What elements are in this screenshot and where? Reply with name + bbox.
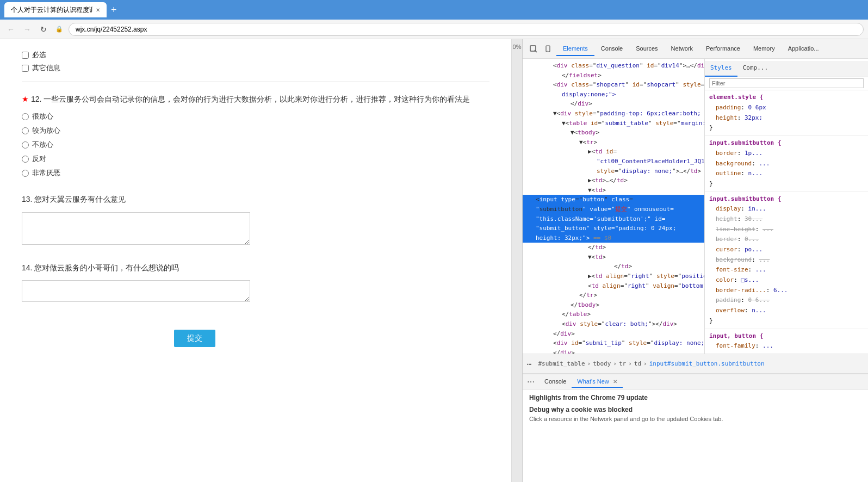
question-12-title: ★12. 一些云服务公司会自动记录你的信息，会对你的行为进行大数据分析，以此来对… — [22, 93, 489, 105]
devtools-tab-memory[interactable]: Memory — [747, 42, 782, 56]
code-line-17[interactable]: "this.className='submitbutton';" id= — [523, 214, 704, 224]
q12-radio-4[interactable] — [22, 156, 29, 163]
browser-tab[interactable]: 个人对于云计算的认识程度调查 ✕ — [4, 2, 107, 17]
code-line-21: ▼<td> — [523, 252, 704, 262]
code-line-28: <div style="clear: both;"></div> — [523, 319, 704, 329]
style-selector-submitbtn-1: input.submitbutton { — [709, 138, 864, 149]
q12-option-4: 反对 — [22, 154, 489, 164]
dots-menu-icon[interactable]: ⋯ — [527, 360, 531, 368]
tab-title: 个人对于云计算的认识程度调查 — [11, 5, 92, 15]
q12-option-1: 很放心 — [22, 112, 489, 121]
code-line-11: "ctl00_ContentPlaceHolder1_JQ1_tdCode" — [523, 157, 704, 166]
console-dots-icon[interactable]: ⋯ — [527, 378, 535, 386]
devtools-tab-console[interactable]: Console — [594, 42, 629, 56]
q12-option-5: 非常厌恶 — [22, 168, 489, 178]
code-line-16[interactable]: "submitbutton" value="提交" onmouseout= — [523, 205, 704, 214]
address-bar[interactable] — [69, 23, 864, 36]
q12-option-label-5: 非常厌恶 — [32, 168, 60, 178]
style-prop-bg: background: ... — [709, 159, 864, 169]
style-prop-border: border: 1p... — [709, 149, 864, 159]
style-prop-height: height: 32px; — [709, 113, 864, 123]
breadcrumb-input[interactable]: input#submit_button.submitbutton — [649, 360, 765, 367]
tab-console[interactable]: Console — [539, 376, 572, 388]
code-line-22: </td> — [523, 262, 704, 271]
elements-panel[interactable]: <div class="div_question" id="div14">…</… — [523, 59, 705, 354]
q12-radio-5[interactable] — [22, 170, 29, 177]
devtools-panel: Elements Console Sources Network Perform… — [522, 39, 868, 482]
question-14-title: 14. 您对做云服务的小哥哥们，有什么想说的吗 — [22, 262, 489, 274]
breadcrumb-td[interactable]: td — [634, 360, 641, 367]
style-prop-height-2: height: 30... — [709, 214, 864, 225]
breadcrumb-tr[interactable]: tr — [619, 360, 626, 367]
code-line-2: </fieldset> — [523, 71, 704, 81]
style-prop-color: color: □s... — [709, 275, 864, 286]
devtools-tab-network[interactable]: Network — [665, 42, 699, 56]
q12-option-label-4: 反对 — [32, 154, 46, 164]
submit-button[interactable]: 提交 — [174, 330, 215, 347]
devtools-toolbar: Elements Console Sources Network Perform… — [523, 39, 868, 59]
question-13-textarea[interactable] — [22, 212, 250, 245]
breadcrumb-sep-3: › — [628, 360, 632, 367]
devtools-tab-performance[interactable]: Performance — [699, 42, 747, 56]
progress-label: 0% — [513, 44, 522, 50]
code-line-31: </div> — [523, 348, 704, 354]
style-selector-input-button: input, button { — [709, 331, 864, 342]
question-13-number: 13. — [22, 195, 34, 203]
question-14-textarea[interactable] — [22, 280, 250, 302]
console-section: ⋯ Console What's New ✕ Highlights from t… — [523, 373, 868, 482]
q12-radio-2[interactable] — [22, 127, 29, 134]
styles-filter — [705, 77, 868, 91]
code-line-18[interactable]: "submit_button" style="padding: 0 24px; — [523, 224, 704, 233]
style-rule-submitbtn-2: input.submitbutton { display: in... heig… — [705, 192, 868, 329]
devtools-tab-elements[interactable]: Elements — [556, 42, 594, 56]
lock-icon: 🔒 — [55, 26, 63, 33]
devtools-body: <div class="div_question" id="div14">…</… — [523, 59, 868, 354]
q12-option-3: 不放心 — [22, 140, 489, 150]
style-prop-fontsize: font-size: ... — [709, 265, 864, 275]
code-line-9: ▼<tr> — [523, 138, 704, 147]
style-prop-background-2: background: ... — [709, 255, 864, 265]
breadcrumb-tbody[interactable]: tbody — [593, 360, 611, 367]
whatsnew-close-button[interactable]: ✕ — [613, 379, 617, 385]
style-rule-submitbtn-1: input.submitbutton { border: 1p... backg… — [705, 136, 868, 191]
question-12-section: ★12. 一些云服务公司会自动记录你的信息，会对你的行为进行大数据分析，以此来对… — [22, 93, 489, 178]
style-rule-input-button: input, button { font-family: ... Grande,… — [705, 329, 868, 354]
code-line-20: </td> — [523, 243, 704, 252]
checkbox-other[interactable] — [22, 65, 29, 72]
code-line-13: ▶<td>…</td> — [523, 176, 704, 186]
tab-close-button[interactable]: ✕ — [96, 7, 100, 13]
breadcrumb-sep-2: › — [613, 360, 617, 367]
devtools-inspect-button[interactable] — [526, 41, 541, 57]
code-line-7: ▼<table id="submit_table" style="margin:… — [523, 119, 704, 128]
devtools-tab-application[interactable]: Applicatio... — [782, 42, 826, 56]
tab-whatsnew[interactable]: What's New ✕ — [572, 376, 622, 388]
devtools-device-button[interactable] — [541, 41, 556, 57]
refresh-button[interactable]: ↻ — [37, 23, 50, 36]
style-prop-borderradius: border-radi...: 6... — [709, 286, 864, 296]
question-12-required: ★ — [22, 95, 29, 103]
tab-styles[interactable]: Styles — [705, 61, 737, 77]
question-12-text: 一些云服务公司会自动记录你的信息，会对你的行为进行大数据分析，以此来对你进行分析… — [44, 95, 470, 103]
console-item-1: Debug why a cookie was blocked Click a r… — [529, 406, 861, 422]
devtools-breadcrumb-bar: ⋯ #submit_table › tbody › tr › td › inpu… — [523, 354, 868, 373]
styles-filter-input[interactable] — [709, 78, 864, 88]
style-prop-border-2: border: 0... — [709, 234, 864, 245]
new-tab-button[interactable]: + — [111, 4, 117, 16]
console-item-1-desc: Click a resource in the Network panel an… — [529, 416, 861, 422]
code-line-19[interactable]: height: 32px;"> == $0 — [523, 233, 704, 243]
breadcrumb-submit-table[interactable]: #submit_table — [538, 360, 585, 367]
code-line-12: style="display: none;">…</td> — [523, 166, 704, 176]
q12-radio-3[interactable] — [22, 141, 29, 149]
console-item-1-title: Debug why a cookie was blocked — [529, 406, 861, 413]
q12-radio-1[interactable] — [22, 113, 29, 120]
devtools-tab-sources[interactable]: Sources — [629, 42, 664, 56]
checkbox-bixuan[interactable] — [22, 52, 29, 59]
style-panel-tabs: Styles Comp... — [705, 61, 868, 77]
question-13-text: 您对天翼云服务有什么意见 — [34, 195, 126, 203]
style-prop-overflow: overflow: n... — [709, 306, 864, 316]
code-line-15[interactable]: <input type="button" class= — [523, 195, 704, 205]
tab-computed[interactable]: Comp... — [737, 61, 773, 77]
back-button[interactable]: ← — [4, 23, 17, 36]
style-rule-close: } — [709, 179, 864, 189]
forward-button[interactable]: → — [21, 23, 34, 36]
